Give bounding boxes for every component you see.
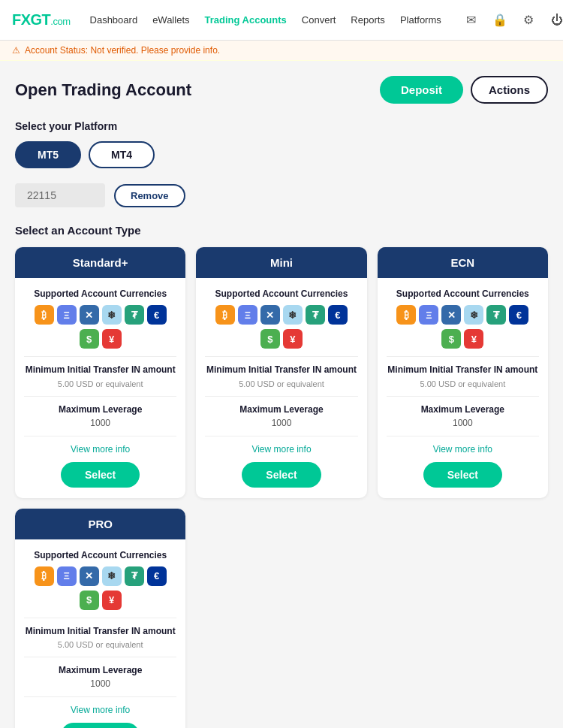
view-more-standard[interactable]: View more info [24, 444, 176, 455]
jpy-icon: ¥ [102, 591, 122, 610]
select-ecn-button[interactable]: Select [423, 462, 502, 488]
deposit-button[interactable]: Deposit [380, 76, 463, 104]
jpy-icon: ¥ [464, 329, 483, 349]
mail-icon[interactable]: ✉ [461, 10, 482, 31]
view-more-mini[interactable]: View more info [205, 444, 357, 455]
select-pro-button[interactable]: Select [61, 723, 140, 728]
select-standard-button[interactable]: Select [61, 462, 140, 488]
card-ecn-header: ECN [378, 247, 548, 278]
eth-icon: Ξ [238, 305, 257, 325]
card-pro-currencies-label: Supported Account Currencies [24, 550, 176, 560]
nav-convert[interactable]: Convert [296, 10, 342, 31]
currency-icons-ecn: ₿ Ξ ✕ ❄ ₮ € [387, 305, 539, 325]
transfer-amount-mini: 5.00 USD or equivalent [205, 379, 357, 388]
btc-icon: ₿ [35, 305, 54, 325]
currency-icons-mini: ₿ Ξ ✕ ❄ ₮ € [205, 305, 357, 325]
actions-button[interactable]: Actions [471, 76, 548, 104]
leverage-value-ecn: 1000 [387, 418, 539, 428]
alert-icon: ⚠ [12, 45, 20, 56]
nav-links: Dashboard eWallets Trading Accounts Conv… [84, 10, 447, 31]
power-icon[interactable]: ⏻ [546, 10, 563, 31]
leverage-title-standard: Maximum Leverage [24, 404, 176, 415]
euro-icon: € [147, 305, 167, 325]
card-standard-plus-body: Supported Account Currencies ₿ Ξ ✕ ❄ ₮ €… [15, 278, 185, 498]
account-number-input[interactable] [15, 183, 105, 207]
nav-trading-accounts[interactable]: Trading Accounts [199, 10, 293, 31]
brand-gt: GT [31, 11, 51, 28]
view-more-pro[interactable]: View more info [24, 705, 176, 715]
account-number-row: Remove [15, 183, 548, 207]
usd-icon: $ [441, 329, 461, 349]
platform-mt5-button[interactable]: MT5 [15, 141, 81, 168]
alert-bar: ⚠ Account Status: Not verified. Please p… [0, 41, 563, 61]
card-standard-plus-header: Standard+ [15, 247, 185, 278]
usd-icon: $ [260, 329, 280, 349]
nav-platforms[interactable]: Platforms [394, 10, 447, 31]
card-ecn-currencies-label: Supported Account Currencies [387, 288, 539, 299]
currency-icons-mini-2: $ ¥ [205, 329, 357, 349]
currency-icons-pro: ₿ Ξ ✕ ❄ ₮ € [24, 566, 176, 586]
nav-dashboard[interactable]: Dashboard [84, 10, 144, 31]
brand-fx: FX [12, 11, 31, 28]
card-mini: Mini Supported Account Currencies ₿ Ξ ✕ … [196, 247, 366, 498]
jpy-icon: ¥ [283, 329, 303, 349]
card-mini-currencies-label: Supported Account Currencies [205, 288, 357, 299]
transfer-title-standard: Minimum Initial Transfer IN amount [24, 364, 176, 376]
btc-icon: ₿ [35, 566, 54, 586]
transfer-amount-standard: 5.00 USD or equivalent [24, 379, 176, 388]
leverage-value-pro: 1000 [24, 678, 176, 689]
nav-icons: ✉ 🔒 ⚙ ⏻ 🇬🇧 [461, 10, 563, 31]
eth-icon: Ξ [57, 305, 77, 325]
euro-icon: € [328, 305, 348, 325]
snow-icon: ❄ [283, 305, 303, 325]
card-standard-plus: Standard+ Supported Account Currencies ₿… [15, 247, 185, 498]
transfer-title-ecn: Minimum Initial Transfer IN amount [387, 364, 539, 376]
transfer-amount-pro: 5.00 USD or equivalent [24, 640, 176, 649]
page-title: Open Trading Account [15, 80, 191, 100]
platform-selector: MT5 MT4 [15, 141, 548, 168]
platform-mt4-button[interactable]: MT4 [89, 141, 155, 168]
brand-logo[interactable]: FXGT.com [12, 11, 71, 29]
card-pro-body: Supported Account Currencies ₿ Ξ ✕ ❄ ₮ €… [15, 539, 185, 728]
card-pro-header: PRO [15, 509, 185, 539]
leverage-title-mini: Maximum Leverage [205, 404, 357, 415]
snow-icon: ❄ [464, 305, 483, 325]
snow-icon: ❄ [102, 305, 122, 325]
currency-icons-standard-2: $ ¥ [24, 329, 176, 349]
inbox-icon[interactable]: 🔒 [489, 10, 510, 31]
account-type-label: Select an Account Type [15, 224, 548, 237]
brand-domain: .com [50, 16, 70, 27]
remove-button[interactable]: Remove [114, 184, 185, 207]
euro-icon: € [509, 305, 528, 325]
page-header: Open Trading Account Deposit Actions [15, 76, 548, 104]
main-content: Open Trading Account Deposit Actions Sel… [0, 61, 563, 728]
card-ecn-body: Supported Account Currencies ₿ Ξ ✕ ❄ ₮ €… [378, 278, 548, 498]
currency-icons-standard: ₿ Ξ ✕ ❄ ₮ € [24, 305, 176, 325]
card-standard-plus-currencies-label: Supported Account Currencies [24, 288, 176, 299]
view-more-ecn[interactable]: View more info [387, 444, 539, 455]
leverage-title-ecn: Maximum Leverage [387, 404, 539, 415]
transfer-amount-ecn: 5.00 USD or equivalent [387, 379, 539, 388]
btc-icon: ₿ [215, 305, 235, 325]
pro-card-row: PRO Supported Account Currencies ₿ Ξ ✕ ❄… [15, 509, 548, 728]
tether-icon: ₮ [125, 305, 144, 325]
settings-icon[interactable]: ⚙ [518, 10, 539, 31]
currency-icons-pro-2: $ ¥ [24, 591, 176, 610]
tether-icon: ₮ [125, 566, 144, 586]
card-mini-body: Supported Account Currencies ₿ Ξ ✕ ❄ ₮ €… [196, 278, 366, 498]
select-mini-button[interactable]: Select [242, 462, 321, 488]
nav-reports[interactable]: Reports [345, 10, 391, 31]
card-ecn: ECN Supported Account Currencies ₿ Ξ ✕ ❄… [378, 247, 548, 498]
xrp-icon: ✕ [80, 305, 99, 325]
xrp-icon: ✕ [260, 305, 280, 325]
tether-icon: ₮ [486, 305, 506, 325]
xrp-icon: ✕ [441, 305, 461, 325]
nav-ewallets[interactable]: eWallets [146, 10, 195, 31]
transfer-title-mini: Minimum Initial Transfer IN amount [205, 364, 357, 376]
snow-icon: ❄ [102, 566, 122, 586]
navbar: FXGT.com Dashboard eWallets Trading Acco… [0, 0, 563, 41]
leverage-title-pro: Maximum Leverage [24, 665, 176, 675]
platform-section-label: Select your Platform [15, 120, 548, 132]
alert-text: Account Status: Not verified. Please pro… [25, 45, 220, 56]
header-actions: Deposit Actions [380, 76, 548, 104]
